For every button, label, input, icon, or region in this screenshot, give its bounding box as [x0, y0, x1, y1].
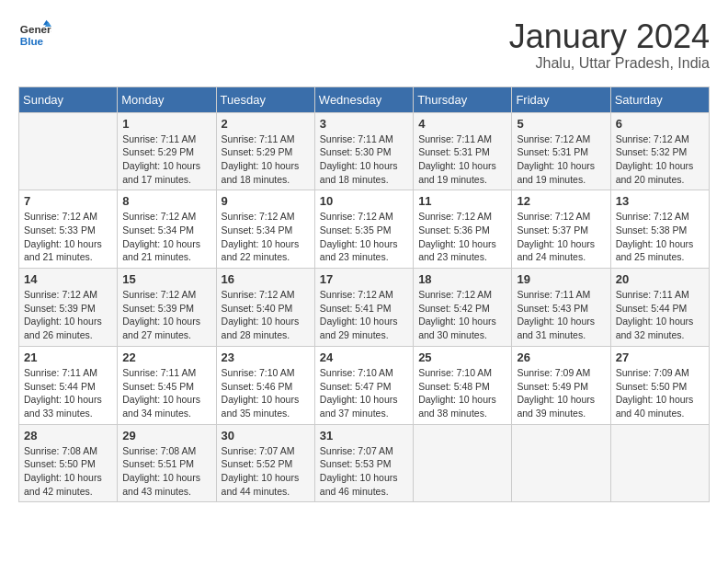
calendar-cell: 11Sunrise: 7:12 AM Sunset: 5:36 PM Dayli… — [414, 190, 512, 269]
calendar-cell: 28Sunrise: 7:08 AM Sunset: 5:50 PM Dayli… — [19, 424, 118, 502]
day-info: Sunrise: 7:12 AM Sunset: 5:34 PM Dayligh… — [222, 210, 310, 264]
day-number: 1 — [122, 117, 210, 131]
day-number: 10 — [320, 194, 408, 208]
calendar-subtitle: Jhalu, Uttar Pradesh, India — [509, 55, 710, 72]
calendar-week-row: 14Sunrise: 7:12 AM Sunset: 5:39 PM Dayli… — [19, 269, 710, 347]
day-number: 20 — [616, 272, 704, 286]
calendar-cell: 7Sunrise: 7:12 AM Sunset: 5:33 PM Daylig… — [19, 190, 118, 269]
day-info: Sunrise: 7:11 AM Sunset: 5:30 PM Dayligh… — [320, 132, 408, 187]
day-info: Sunrise: 7:10 AM Sunset: 5:46 PM Dayligh… — [222, 366, 310, 420]
logo-icon: General Blue — [18, 18, 51, 52]
day-number: 31 — [320, 429, 408, 442]
day-info: Sunrise: 7:11 AM Sunset: 5:45 PM Dayligh… — [122, 366, 210, 420]
header-monday: Monday — [118, 86, 216, 112]
calendar-cell: 5Sunrise: 7:12 AM Sunset: 5:31 PM Daylig… — [512, 112, 610, 190]
calendar-cell: 27Sunrise: 7:09 AM Sunset: 5:50 PM Dayli… — [610, 346, 709, 424]
day-info: Sunrise: 7:12 AM Sunset: 5:33 PM Dayligh… — [24, 210, 112, 264]
day-info: Sunrise: 7:12 AM Sunset: 5:31 PM Dayligh… — [517, 132, 605, 187]
day-number: 5 — [517, 117, 605, 131]
header-thursday: Thursday — [414, 86, 512, 112]
day-number: 16 — [222, 272, 310, 286]
calendar-cell: 17Sunrise: 7:12 AM Sunset: 5:41 PM Dayli… — [314, 269, 413, 347]
day-number: 30 — [222, 429, 310, 442]
day-info: Sunrise: 7:10 AM Sunset: 5:48 PM Dayligh… — [418, 366, 506, 420]
day-info: Sunrise: 7:12 AM Sunset: 5:39 PM Dayligh… — [122, 288, 210, 342]
day-number: 27 — [616, 350, 704, 364]
day-number: 9 — [222, 194, 310, 208]
day-info: Sunrise: 7:11 AM Sunset: 5:29 PM Dayligh… — [122, 132, 210, 187]
header-saturday: Saturday — [610, 86, 709, 112]
calendar-cell: 23Sunrise: 7:10 AM Sunset: 5:46 PM Dayli… — [216, 346, 314, 424]
day-info: Sunrise: 7:12 AM Sunset: 5:42 PM Dayligh… — [418, 288, 506, 342]
svg-text:Blue: Blue — [20, 35, 44, 47]
day-info: Sunrise: 7:12 AM Sunset: 5:40 PM Dayligh… — [222, 288, 310, 342]
day-info: Sunrise: 7:12 AM Sunset: 5:39 PM Dayligh… — [24, 288, 112, 342]
calendar-cell — [512, 424, 610, 502]
title-block: January 2024 Jhalu, Uttar Pradesh, India — [509, 18, 710, 72]
day-info: Sunrise: 7:11 AM Sunset: 5:31 PM Dayligh… — [418, 132, 506, 187]
day-info: Sunrise: 7:09 AM Sunset: 5:50 PM Dayligh… — [616, 366, 704, 420]
day-number: 23 — [222, 350, 310, 364]
day-number: 4 — [418, 117, 506, 131]
calendar-cell: 13Sunrise: 7:12 AM Sunset: 5:38 PM Dayli… — [610, 190, 709, 269]
calendar-week-row: 1Sunrise: 7:11 AM Sunset: 5:29 PM Daylig… — [19, 112, 710, 190]
day-info: Sunrise: 7:08 AM Sunset: 5:50 PM Dayligh… — [24, 444, 112, 499]
day-info: Sunrise: 7:12 AM Sunset: 5:36 PM Dayligh… — [418, 210, 506, 264]
calendar-cell: 26Sunrise: 7:09 AM Sunset: 5:49 PM Dayli… — [512, 346, 610, 424]
day-number: 7 — [24, 194, 112, 208]
calendar-title: January 2024 — [509, 18, 710, 55]
calendar-cell: 3Sunrise: 7:11 AM Sunset: 5:30 PM Daylig… — [314, 112, 413, 190]
calendar-cell — [414, 424, 512, 502]
day-info: Sunrise: 7:09 AM Sunset: 5:49 PM Dayligh… — [517, 366, 605, 420]
day-info: Sunrise: 7:10 AM Sunset: 5:47 PM Dayligh… — [320, 366, 408, 420]
calendar-cell: 25Sunrise: 7:10 AM Sunset: 5:48 PM Dayli… — [414, 346, 512, 424]
day-number: 3 — [320, 117, 408, 131]
calendar-cell — [19, 112, 118, 190]
day-info: Sunrise: 7:11 AM Sunset: 5:44 PM Dayligh… — [24, 366, 112, 420]
calendar-week-row: 28Sunrise: 7:08 AM Sunset: 5:50 PM Dayli… — [19, 424, 710, 502]
calendar-cell: 16Sunrise: 7:12 AM Sunset: 5:40 PM Dayli… — [216, 269, 314, 347]
calendar-cell: 31Sunrise: 7:07 AM Sunset: 5:53 PM Dayli… — [314, 424, 413, 502]
day-info: Sunrise: 7:08 AM Sunset: 5:51 PM Dayligh… — [122, 444, 210, 499]
day-info: Sunrise: 7:11 AM Sunset: 5:43 PM Dayligh… — [517, 288, 605, 342]
calendar-cell: 29Sunrise: 7:08 AM Sunset: 5:51 PM Dayli… — [118, 424, 216, 502]
day-number: 24 — [320, 350, 408, 364]
calendar-cell — [610, 424, 709, 502]
calendar-week-row: 21Sunrise: 7:11 AM Sunset: 5:44 PM Dayli… — [19, 346, 710, 424]
calendar-cell: 4Sunrise: 7:11 AM Sunset: 5:31 PM Daylig… — [414, 112, 512, 190]
calendar-cell: 2Sunrise: 7:11 AM Sunset: 5:29 PM Daylig… — [216, 112, 314, 190]
calendar-cell: 22Sunrise: 7:11 AM Sunset: 5:45 PM Dayli… — [118, 346, 216, 424]
header-wednesday: Wednesday — [314, 86, 413, 112]
day-info: Sunrise: 7:11 AM Sunset: 5:29 PM Dayligh… — [222, 132, 310, 187]
header-tuesday: Tuesday — [216, 86, 314, 112]
calendar-table: Sunday Monday Tuesday Wednesday Thursday… — [18, 86, 710, 503]
day-info: Sunrise: 7:11 AM Sunset: 5:44 PM Dayligh… — [616, 288, 704, 342]
day-info: Sunrise: 7:12 AM Sunset: 5:38 PM Dayligh… — [616, 210, 704, 264]
header-sunday: Sunday — [19, 86, 118, 112]
day-number: 17 — [320, 272, 408, 286]
calendar-cell: 1Sunrise: 7:11 AM Sunset: 5:29 PM Daylig… — [118, 112, 216, 190]
header-friday: Friday — [512, 86, 610, 112]
day-info: Sunrise: 7:12 AM Sunset: 5:34 PM Dayligh… — [122, 210, 210, 264]
day-number: 19 — [517, 272, 605, 286]
page-header: General Blue January 2024 Jhalu, Uttar P… — [18, 18, 710, 72]
day-info: Sunrise: 7:12 AM Sunset: 5:35 PM Dayligh… — [320, 210, 408, 264]
weekday-header-row: Sunday Monday Tuesday Wednesday Thursday… — [19, 86, 710, 112]
logo: General Blue — [18, 18, 51, 52]
day-info: Sunrise: 7:07 AM Sunset: 5:53 PM Dayligh… — [320, 444, 408, 499]
day-number: 13 — [616, 194, 704, 208]
day-info: Sunrise: 7:12 AM Sunset: 5:37 PM Dayligh… — [517, 210, 605, 264]
calendar-cell: 15Sunrise: 7:12 AM Sunset: 5:39 PM Dayli… — [118, 269, 216, 347]
calendar-cell: 14Sunrise: 7:12 AM Sunset: 5:39 PM Dayli… — [19, 269, 118, 347]
day-number: 28 — [24, 429, 112, 442]
day-number: 29 — [122, 429, 210, 442]
calendar-cell: 8Sunrise: 7:12 AM Sunset: 5:34 PM Daylig… — [118, 190, 216, 269]
day-number: 18 — [418, 272, 506, 286]
calendar-cell: 20Sunrise: 7:11 AM Sunset: 5:44 PM Dayli… — [610, 269, 709, 347]
calendar-cell: 18Sunrise: 7:12 AM Sunset: 5:42 PM Dayli… — [414, 269, 512, 347]
day-number: 22 — [122, 350, 210, 364]
calendar-cell: 24Sunrise: 7:10 AM Sunset: 5:47 PM Dayli… — [314, 346, 413, 424]
day-number: 12 — [517, 194, 605, 208]
day-info: Sunrise: 7:12 AM Sunset: 5:32 PM Dayligh… — [616, 132, 704, 187]
calendar-week-row: 7Sunrise: 7:12 AM Sunset: 5:33 PM Daylig… — [19, 190, 710, 269]
